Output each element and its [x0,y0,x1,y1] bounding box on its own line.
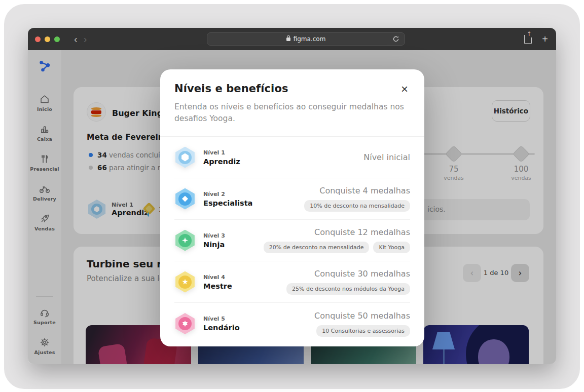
lock-icon [286,37,290,41]
level-benefit: Nível inicial [363,152,410,162]
modal-subtitle: Entenda os níveis e benefícios ao conseg… [174,101,407,125]
minimize-window-button[interactable] [45,36,50,42]
level-row-mestre: Nível 4 Mestre Conquiste 30 medalhas 25%… [174,261,410,303]
levels-modal: Níveis e benefícios × Entenda os níveis … [160,69,424,346]
level-benefit: Conquiste 4 medalhas [304,186,410,195]
benefit-badge: Kit Yooga [373,242,410,253]
level-1-badge-icon [174,147,196,168]
level-2-badge-icon [174,188,196,210]
level-benefit: Conquiste 30 medalhas [286,269,410,279]
browser-forward-button[interactable]: › [81,34,90,44]
benefit-badge: 10% de desconto na mensalidade [304,200,410,212]
close-window-button[interactable] [35,36,41,42]
level-benefit: Conquiste 12 medalhas [264,227,410,237]
reload-icon[interactable] [392,35,399,43]
traffic-lights [35,36,60,42]
level-4-badge-icon [174,271,196,293]
new-tab-button[interactable]: + [542,33,548,45]
browser-window: ‹ › figma.com + Inicio Caixa [28,28,556,364]
level-row-lendario: Nível 5 Lendário Conquiste 50 medalhas 1… [174,303,410,344]
browser-back-button[interactable]: ‹ [71,34,81,44]
level-3-badge-icon [174,230,196,251]
address-bar[interactable]: figma.com [207,32,405,46]
level-row-ninja: Nível 3 Ninja Conquiste 12 medalhas 20% … [174,220,410,261]
level-row-especialista: Nível 2 Especialista Conquiste 4 medalha… [174,178,410,220]
level-row-aprendiz: Nível 1 Aprendiz Nível inicial [174,137,410,178]
benefit-badge: 10 Consultorias e assessorias [316,325,410,337]
browser-titlebar: ‹ › figma.com + [28,28,556,50]
share-icon[interactable] [524,35,532,44]
modal-title: Níveis e benefícios [174,83,410,95]
benefit-badge: 20% de desconto na mensalidade [264,242,370,253]
level-5-badge-icon [174,313,196,334]
url-text: figma.com [294,35,326,43]
close-icon[interactable]: × [397,82,412,97]
benefit-badge: 25% de desconto nos módulos da Yooga [286,283,410,295]
level-benefit: Conquiste 50 medalhas [314,311,410,321]
zoom-window-button[interactable] [54,36,60,42]
